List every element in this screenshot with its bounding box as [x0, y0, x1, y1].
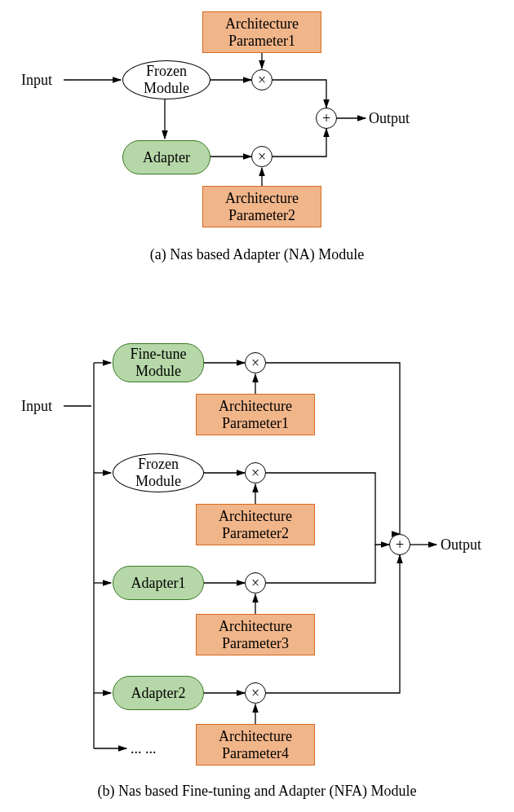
a-mul1: ×	[251, 69, 273, 90]
a-mul1-sym: ×	[258, 72, 266, 89]
a-adapter: Adapter	[122, 140, 210, 174]
b-param2: Architecture Parameter2	[196, 504, 315, 545]
b-mul1-sym: ×	[251, 355, 259, 372]
b-param3-text: Architecture Parameter3	[219, 618, 292, 651]
a-add-sym: +	[322, 110, 330, 127]
a-frozen-text: Frozen Module	[144, 63, 189, 96]
b-mul4-sym: ×	[251, 685, 259, 702]
b-mul3: ×	[245, 572, 266, 594]
a-input-label: Input	[21, 72, 52, 89]
b-mul1: ×	[245, 352, 266, 373]
b-add-sym: +	[396, 536, 404, 554]
b-mul2-sym: ×	[251, 465, 259, 482]
b-output-label: Output	[441, 536, 481, 554]
b-frozen-module: Frozen Module	[113, 453, 204, 492]
b-param3: Architecture Parameter3	[196, 614, 315, 655]
b-caption: (b) Nas based Fine-tuning and Adapter (N…	[0, 783, 514, 800]
b-finetune-text: Fine-tune Module	[131, 346, 187, 379]
b-finetune-module: Fine-tune Module	[113, 343, 204, 382]
b-frozen-text: Frozen Module	[135, 456, 181, 489]
b-param4: Architecture Parameter4	[196, 724, 315, 766]
a-add: +	[316, 108, 337, 129]
a-param2: Architecture Parameter2	[202, 186, 321, 227]
b-dots: ... ...	[131, 740, 157, 757]
b-add: +	[389, 534, 410, 555]
a-caption: (a) Nas based Adapter (NA) Module	[0, 246, 514, 263]
b-adapter1-text: Adapter1	[131, 575, 186, 592]
b-param1: Architecture Parameter1	[196, 394, 315, 435]
a-output-label: Output	[369, 110, 410, 127]
b-mul2: ×	[245, 462, 266, 483]
a-mul2: ×	[251, 146, 273, 167]
b-input-label: Input	[21, 398, 52, 415]
b-mul3-sym: ×	[251, 575, 259, 592]
b-param2-text: Architecture Parameter2	[219, 508, 292, 541]
b-param4-text: Architecture Parameter4	[219, 728, 292, 761]
a-param1-text: Architecture Parameter1	[225, 15, 299, 49]
b-adapter2: Adapter2	[113, 676, 204, 710]
b-adapter2-text: Adapter2	[131, 685, 186, 702]
a-adapter-text: Adapter	[143, 149, 190, 166]
a-frozen-module: Frozen Module	[122, 60, 210, 99]
a-mul2-sym: ×	[258, 148, 266, 165]
b-param1-text: Architecture Parameter1	[219, 398, 292, 431]
b-adapter1: Adapter1	[113, 566, 204, 600]
a-param1: Architecture Parameter1	[202, 11, 321, 53]
a-param2-text: Architecture Parameter2	[225, 190, 299, 223]
b-mul4: ×	[245, 682, 266, 704]
